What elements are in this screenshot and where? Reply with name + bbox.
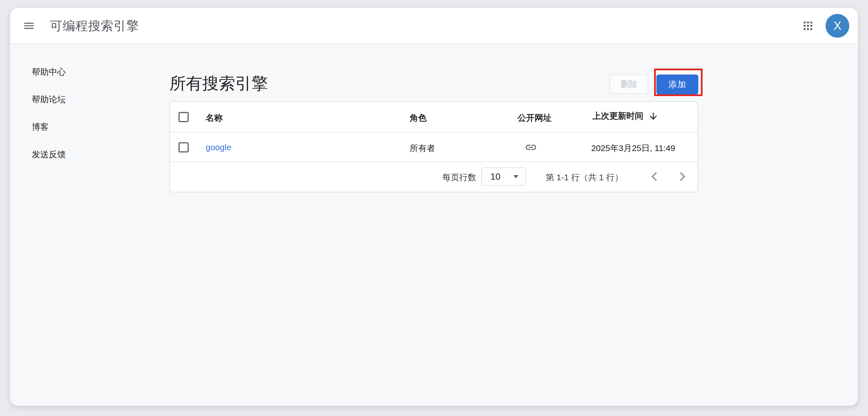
column-header-last-updated[interactable]: 上次更新时间 — [592, 110, 659, 122]
apps-grid-icon[interactable] — [802, 20, 814, 32]
link-icon — [525, 141, 537, 154]
public-url-link-icon[interactable] — [525, 141, 537, 154]
rows-per-page-label: 每页行数 — [442, 172, 476, 183]
app-bar: 可编程搜索引擎 X — [10, 8, 858, 44]
content-area: 帮助中心 帮助论坛 博客 发送反馈 所有搜索引擎 删除 添加 名称 角色 公开网… — [10, 44, 858, 406]
sidebar-item-help-forum[interactable]: 帮助论坛 — [22, 86, 141, 113]
column-header-public-url[interactable]: 公开网址 — [518, 112, 552, 124]
row-checkbox[interactable] — [179, 142, 189, 152]
menu-icon[interactable] — [23, 20, 35, 32]
caret-down-icon — [513, 175, 519, 178]
rows-per-page-value: 10 — [490, 172, 501, 182]
add-button[interactable]: 添加 — [656, 75, 698, 94]
column-header-name[interactable]: 名称 — [206, 112, 223, 124]
search-engines-table: 名称 角色 公开网址 上次更新时间 google 所有者 — [169, 101, 698, 192]
chevron-right-icon — [673, 168, 691, 186]
app-window: 可编程搜索引擎 X 帮助中心 帮助论坛 博客 发送反馈 — [10, 8, 858, 406]
engine-last-updated: 2025年3月25日, 11:49 — [591, 143, 675, 154]
desktop-background: 可编程搜索引擎 X 帮助中心 帮助论坛 博客 发送反馈 — [0, 0, 868, 416]
sidebar-item-send-feedback[interactable]: 发送反馈 — [22, 141, 141, 168]
page-title: 所有搜索引擎 — [169, 72, 268, 95]
table-header-row: 名称 角色 公开网址 上次更新时间 — [170, 102, 698, 132]
engine-role: 所有者 — [410, 143, 435, 154]
next-page-button[interactable] — [673, 168, 691, 186]
delete-button[interactable]: 删除 — [610, 75, 648, 94]
column-header-last-updated-label: 上次更新时间 — [592, 110, 643, 122]
sort-arrow-down-icon — [648, 111, 659, 122]
column-header-role[interactable]: 角色 — [410, 112, 427, 124]
table-pagination: 每页行数 10 第 1-1 行（共 1 行） — [170, 162, 698, 191]
select-all-checkbox[interactable] — [179, 112, 189, 122]
hamburger-icon — [23, 20, 35, 32]
rows-per-page-select[interactable]: 10 — [481, 168, 526, 186]
table-row[interactable]: google 所有者 2025年3月25日, 11:49 — [170, 132, 698, 162]
chevron-left-icon — [645, 168, 663, 186]
sidebar-item-blog[interactable]: 博客 — [22, 113, 141, 141]
apps-grid-glyph — [802, 20, 814, 31]
avatar-initial: X — [833, 19, 841, 33]
previous-page-button[interactable] — [645, 168, 663, 186]
app-title: 可编程搜索引擎 — [50, 18, 139, 34]
engine-name-link[interactable]: google — [206, 143, 231, 152]
pagination-range-label: 第 1-1 行（共 1 行） — [546, 172, 623, 183]
sidebar-item-help-center[interactable]: 帮助中心 — [22, 58, 141, 86]
sidebar: 帮助中心 帮助论坛 博客 发送反馈 — [22, 58, 141, 168]
avatar[interactable]: X — [826, 14, 849, 38]
